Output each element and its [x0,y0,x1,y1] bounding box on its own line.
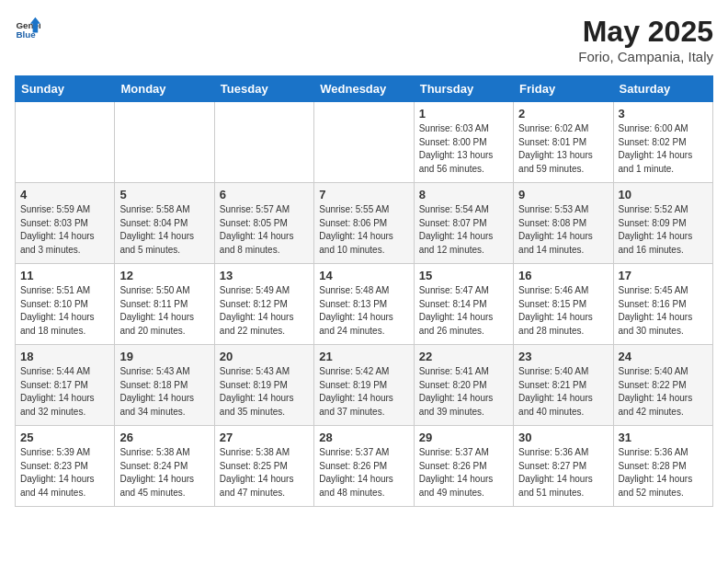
day-number: 10 [619,188,708,201]
weekday-header-wednesday: Wednesday [314,76,414,102]
day-number: 5 [119,188,209,201]
day-number: 13 [220,269,309,282]
calendar-cell: 3Sunrise: 6:00 AM Sunset: 8:02 PM Daylig… [613,102,712,183]
calendar-cell: 26Sunrise: 5:38 AM Sunset: 8:24 PM Dayli… [115,426,214,507]
day-number: 29 [419,431,508,444]
calendar-cell: 15Sunrise: 5:47 AM Sunset: 8:14 PM Dayli… [414,264,513,345]
calendar-cell [115,102,214,183]
day-info: Sunrise: 5:40 AM Sunset: 8:22 PM Dayligh… [619,365,708,419]
day-number: 1 [419,107,508,121]
day-info: Sunrise: 5:38 AM Sunset: 8:24 PM Dayligh… [119,446,209,500]
weekday-header-friday: Friday [514,76,613,102]
calendar-cell: 23Sunrise: 5:40 AM Sunset: 8:21 PM Dayli… [514,345,613,426]
calendar-cell: 18Sunrise: 5:44 AM Sunset: 8:17 PM Dayli… [16,345,115,426]
calendar-cell: 2Sunrise: 6:02 AM Sunset: 8:01 PM Daylig… [514,102,613,183]
calendar-week-4: 18Sunrise: 5:44 AM Sunset: 8:17 PM Dayli… [16,345,713,426]
day-info: Sunrise: 5:41 AM Sunset: 8:20 PM Dayligh… [419,365,508,419]
calendar-cell: 16Sunrise: 5:46 AM Sunset: 8:15 PM Dayli… [514,264,613,345]
calendar-cell: 10Sunrise: 5:52 AM Sunset: 8:09 PM Dayli… [613,183,712,264]
day-info: Sunrise: 5:50 AM Sunset: 8:11 PM Dayligh… [119,284,209,338]
day-number: 16 [518,269,608,282]
calendar-cell: 30Sunrise: 5:36 AM Sunset: 8:27 PM Dayli… [514,426,613,507]
calendar-week-2: 4Sunrise: 5:59 AM Sunset: 8:03 PM Daylig… [16,183,713,264]
day-number: 2 [518,107,608,121]
calendar-body: 1Sunrise: 6:03 AM Sunset: 8:00 PM Daylig… [16,102,713,507]
day-number: 15 [419,269,508,282]
calendar-cell: 22Sunrise: 5:41 AM Sunset: 8:20 PM Dayli… [414,345,513,426]
day-number: 3 [619,107,708,121]
weekday-header-monday: Monday [115,76,214,102]
calendar-cell: 29Sunrise: 5:37 AM Sunset: 8:26 PM Dayli… [414,426,513,507]
day-number: 12 [119,269,209,282]
calendar-cell: 5Sunrise: 5:58 AM Sunset: 8:04 PM Daylig… [115,183,214,264]
calendar-week-1: 1Sunrise: 6:03 AM Sunset: 8:00 PM Daylig… [16,102,713,183]
day-info: Sunrise: 5:42 AM Sunset: 8:19 PM Dayligh… [319,365,408,419]
day-number: 8 [419,188,508,201]
day-number: 4 [20,188,109,201]
day-info: Sunrise: 6:00 AM Sunset: 8:02 PM Dayligh… [619,122,708,176]
page-header: General Blue May 2025 Forio, Campania, I… [15,15,713,64]
calendar-cell: 20Sunrise: 5:43 AM Sunset: 8:19 PM Dayli… [214,345,313,426]
day-info: Sunrise: 5:48 AM Sunset: 8:13 PM Dayligh… [319,284,408,338]
day-info: Sunrise: 5:44 AM Sunset: 8:17 PM Dayligh… [20,365,109,419]
day-number: 9 [518,188,608,201]
calendar-week-5: 25Sunrise: 5:39 AM Sunset: 8:23 PM Dayli… [16,426,713,507]
calendar-cell: 6Sunrise: 5:57 AM Sunset: 8:05 PM Daylig… [214,183,313,264]
day-info: Sunrise: 5:36 AM Sunset: 8:28 PM Dayligh… [619,446,708,500]
day-info: Sunrise: 5:39 AM Sunset: 8:23 PM Dayligh… [20,446,109,500]
calendar-cell: 25Sunrise: 5:39 AM Sunset: 8:23 PM Dayli… [16,426,115,507]
calendar-cell: 9Sunrise: 5:53 AM Sunset: 8:08 PM Daylig… [514,183,613,264]
day-number: 14 [319,269,408,282]
calendar-cell: 17Sunrise: 5:45 AM Sunset: 8:16 PM Dayli… [613,264,712,345]
calendar-cell: 24Sunrise: 5:40 AM Sunset: 8:22 PM Dayli… [613,345,712,426]
logo: General Blue [15,15,40,40]
weekday-header-saturday: Saturday [613,76,712,102]
day-number: 30 [518,431,608,444]
calendar-cell: 1Sunrise: 6:03 AM Sunset: 8:00 PM Daylig… [414,102,513,183]
calendar-cell: 11Sunrise: 5:51 AM Sunset: 8:10 PM Dayli… [16,264,115,345]
day-number: 6 [220,188,309,201]
day-info: Sunrise: 5:58 AM Sunset: 8:04 PM Dayligh… [119,203,209,257]
day-info: Sunrise: 5:37 AM Sunset: 8:26 PM Dayligh… [419,446,508,500]
day-number: 19 [119,350,209,363]
day-number: 31 [619,431,708,444]
day-info: Sunrise: 5:38 AM Sunset: 8:25 PM Dayligh… [220,446,309,500]
day-number: 23 [518,350,608,363]
calendar-cell: 28Sunrise: 5:37 AM Sunset: 8:26 PM Dayli… [314,426,414,507]
day-info: Sunrise: 5:49 AM Sunset: 8:12 PM Dayligh… [220,284,309,338]
day-info: Sunrise: 5:45 AM Sunset: 8:16 PM Dayligh… [619,284,708,338]
calendar-cell: 8Sunrise: 5:54 AM Sunset: 8:07 PM Daylig… [414,183,513,264]
logo-icon: General Blue [15,15,40,40]
day-number: 7 [319,188,408,201]
month-year: May 2025 [578,15,713,49]
day-info: Sunrise: 5:47 AM Sunset: 8:14 PM Dayligh… [419,284,508,338]
weekday-header-tuesday: Tuesday [214,76,313,102]
day-info: Sunrise: 5:43 AM Sunset: 8:19 PM Dayligh… [220,365,309,419]
day-info: Sunrise: 5:43 AM Sunset: 8:18 PM Dayligh… [119,365,209,419]
calendar-cell [314,102,414,183]
day-info: Sunrise: 5:54 AM Sunset: 8:07 PM Dayligh… [419,203,508,257]
day-info: Sunrise: 6:02 AM Sunset: 8:01 PM Dayligh… [518,122,608,176]
day-number: 20 [220,350,309,363]
calendar-cell [16,102,115,183]
day-number: 28 [319,431,408,444]
day-info: Sunrise: 5:46 AM Sunset: 8:15 PM Dayligh… [518,284,608,338]
location: Forio, Campania, Italy [578,49,713,64]
calendar-cell [214,102,313,183]
calendar-cell: 31Sunrise: 5:36 AM Sunset: 8:28 PM Dayli… [613,426,712,507]
day-number: 21 [319,350,408,363]
day-number: 22 [419,350,508,363]
day-info: Sunrise: 6:03 AM Sunset: 8:00 PM Dayligh… [419,122,508,176]
day-number: 11 [20,269,109,282]
title-block: May 2025 Forio, Campania, Italy [578,15,713,64]
day-number: 24 [619,350,708,363]
calendar-cell: 4Sunrise: 5:59 AM Sunset: 8:03 PM Daylig… [16,183,115,264]
calendar-cell: 14Sunrise: 5:48 AM Sunset: 8:13 PM Dayli… [314,264,414,345]
day-info: Sunrise: 5:57 AM Sunset: 8:05 PM Dayligh… [220,203,309,257]
calendar-table: SundayMondayTuesdayWednesdayThursdayFrid… [15,75,713,507]
calendar-cell: 13Sunrise: 5:49 AM Sunset: 8:12 PM Dayli… [214,264,313,345]
day-info: Sunrise: 5:52 AM Sunset: 8:09 PM Dayligh… [619,203,708,257]
day-number: 18 [20,350,109,363]
day-number: 26 [119,431,209,444]
calendar-cell: 21Sunrise: 5:42 AM Sunset: 8:19 PM Dayli… [314,345,414,426]
